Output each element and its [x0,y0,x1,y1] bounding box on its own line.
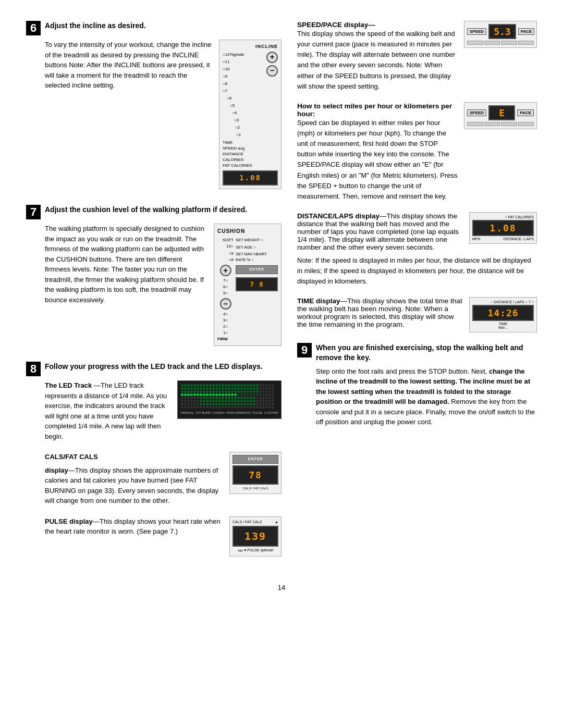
led-dot-7-21 [247,406,249,409]
time-row: TIME display—This display shows the tota… [297,297,537,332]
led-dot-2-9 [209,390,212,393]
led-dot-6-1 [184,403,187,405]
cals-figure: ENTER 78 CALS / FAT CALS [229,452,282,494]
speed-pace-section: SPEED/PACE display— This display shows t… [297,21,537,92]
miles-speed-bars [467,122,534,126]
led-dot-5-26 [262,400,265,402]
led-dot-0-21 [247,384,249,387]
led-dot-3-2 [187,393,190,396]
incline-minus-btn[interactable]: − [266,65,278,77]
led-dot-7-20 [243,406,246,409]
led-dot-0-19 [240,384,243,387]
led-dot-0-11 [215,384,218,387]
miles-bar-4 [518,122,534,126]
page: 6 Adjust the incline as desired. INCLINE… [0,0,563,728]
led-dot-3-17 [234,393,237,396]
led-dot-4-12 [218,397,221,399]
led-dot-0-2 [187,384,190,387]
led-dot-6-4 [193,403,196,405]
led-dot-6-11 [215,403,218,405]
led-dot-3-15 [228,393,230,396]
led-dot-4-16 [231,397,234,399]
led-dot-5-4 [193,400,196,402]
led-dot-5-22 [250,400,252,402]
cushion-minus-btn[interactable]: − [220,298,231,310]
step-7-number: 7 [26,205,41,219]
miles-kph-section: How to select miles per hour or kilomete… [297,102,537,202]
step-8-title: Follow your progress with the LED track … [45,362,263,371]
led-dot-2-21 [247,390,249,393]
led-dot-5-21 [247,400,249,402]
cushion-panel: CUSHION SOFT 10○ ○9 ○8 + 7○ 6○ 5○ [214,224,282,346]
step-6-header: 6 Adjust the incline as desired. [26,21,282,35]
led-dot-1-2 [187,387,190,390]
led-dot-0-28 [268,384,271,387]
step-9-body: Step onto the foot rails and press the S… [316,366,537,427]
miles-kph-row: How to select miles per hour or kilomete… [297,102,537,202]
cushion-set-weight: SET WEIGHT ○ [236,237,278,243]
led-dot-5-28 [268,400,271,402]
led-dot-5-6 [200,400,202,402]
led-dot-6-23 [253,403,255,405]
incline-dot-7: ○7 [223,88,244,94]
led-dot-0-1 [184,384,187,387]
led-dot-5-23 [253,400,255,402]
led-dot-2-27 [265,390,268,393]
cushion-figure: CUSHION SOFT 10○ ○9 ○8 + 7○ 6○ 5○ [214,224,282,346]
led-dot-4-20 [243,397,246,399]
speed-bars [467,41,534,45]
led-dot-2-16 [231,390,234,393]
led-dot-7-2 [187,406,190,409]
distance-row: DISTANCE/LAPS display—This display shows… [297,212,537,251]
speed-label: SPEED [467,28,486,35]
pulse-optional-label: PULSE optional [247,548,273,552]
led-dot-2-7 [203,390,205,393]
led-dot-4-2 [187,397,190,399]
led-dot-0-27 [265,384,268,387]
led-dot-6-3 [190,403,193,405]
led-dot-6-0 [181,403,183,405]
led-dot-3-23 [253,393,255,396]
cals-figure-row: CALS/FAT CALS display—This display shows… [45,452,282,509]
incline-dot-6: ○6 [227,95,244,102]
cushion-9: ○9 [217,251,234,257]
cushion-firm: FIRM [217,336,234,342]
led-panel-figure: MANUAL FAT BURN CARDIO PERFORMANCE PULSE… [177,380,282,419]
step-7-body: CUSHION SOFT 10○ ○9 ○8 + 7○ 6○ 5○ [45,224,282,350]
speed-bar-2 [484,41,500,45]
led-dot-7-5 [197,406,199,409]
led-dot-5-0 [181,400,183,402]
dist-bottom-label: DISTANCE / LAPS [503,237,534,241]
cushion-1: 1○ [217,330,234,336]
led-dot-2-24 [256,390,259,393]
cals-bottom-text: CALS / FAT CALS [243,487,268,490]
led-dot-1-12 [218,387,221,390]
cals-enter-btn[interactable]: ENTER [232,455,278,464]
led-dot-1-13 [222,387,224,390]
led-label-pulse: PULSE [252,411,263,415]
cals-display-label: display [45,466,68,474]
led-dot-0-14 [225,384,227,387]
led-dot-4-27 [265,397,268,399]
led-dot-3-14 [225,393,227,396]
led-dot-1-6 [200,387,202,390]
led-dot-3-21 [247,393,249,396]
miles-kph-body: Speed can be displayed in either miles p… [297,118,458,202]
led-dot-0-15 [228,384,230,387]
led-dot-2-14 [225,390,227,393]
led-dot-5-9 [209,400,212,402]
step-7-title: Adjust the cushion level of the walking … [45,205,247,214]
incline-labels: TIME SPEED avg DISTANCE CALORIES FAT CAL… [223,140,278,169]
cushion-enter-btn[interactable]: ENTER [236,265,278,274]
cushion-plus-btn[interactable]: + [220,265,231,276]
led-dot-6-14 [225,403,227,405]
led-dot-0-16 [231,384,234,387]
step-8-number: 8 [26,362,41,376]
led-dot-1-16 [231,387,234,390]
led-dot-1-0 [181,387,183,390]
led-track-body: —The LED track represents a distance of … [45,381,167,440]
incline-dot-5: ○5 [230,103,244,109]
led-dot-4-8 [206,397,209,399]
incline-plus-btn[interactable]: + [266,52,278,63]
step-9-section: 9 When you are finished exercising, stop… [297,343,537,427]
